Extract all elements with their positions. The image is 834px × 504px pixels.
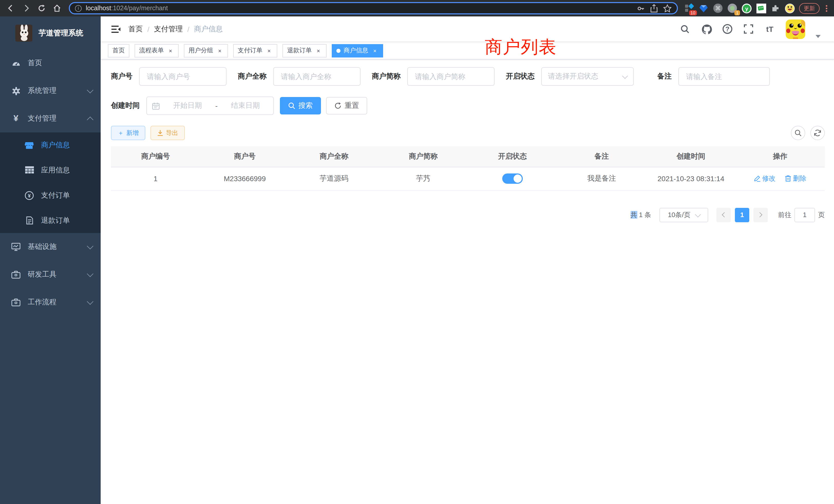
sidebar-item-workflow[interactable]: 工作流程 <box>0 289 101 316</box>
bookmark-star-icon[interactable] <box>663 4 672 13</box>
active-tab-dot <box>336 48 341 53</box>
goto-page-input[interactable] <box>794 208 815 222</box>
sidebar-item-app-info[interactable]: 应用信息 <box>0 158 101 183</box>
chevron-down-icon <box>87 87 93 93</box>
tags-view-bar: 首页 流程表单× 用户分组× 支付订单× 退款订单× 商户信息× <box>101 42 834 60</box>
create-time-label: 创建时间 <box>111 101 140 110</box>
pagination: 共 1 条 10条/页 1 前往 页 <box>111 208 825 222</box>
reset-button[interactable]: 重置 <box>326 97 367 114</box>
tab-user-group[interactable]: 用户分组× <box>184 44 228 57</box>
add-button[interactable]: ＋ 新增 <box>111 126 145 140</box>
extension-puzzle-icon[interactable] <box>770 3 781 13</box>
short-name-label: 商户简称 <box>372 72 400 81</box>
refresh-icon <box>334 102 342 109</box>
browser-forward-button[interactable] <box>20 2 32 14</box>
update-button[interactable]: 更新 <box>799 3 820 14</box>
merchant-table: 商户编号 商户号 商户全称 商户简称 开启状态 备注 创建时间 操作 1 <box>111 146 825 191</box>
full-name-label: 商户全称 <box>238 72 266 81</box>
delete-button[interactable]: 删除 <box>785 174 806 183</box>
total-count: 共 1 条 <box>630 210 651 220</box>
show-search-toggle-button[interactable] <box>791 126 805 140</box>
breadcrumb: 首页 / 支付管理 / 商户信息 <box>128 24 223 33</box>
calendar-icon <box>152 102 160 110</box>
fullscreen-icon[interactable] <box>743 23 754 35</box>
col-create-time: 创建时间 <box>646 146 736 167</box>
font-size-icon[interactable]: tT <box>764 23 775 35</box>
tab-process-form[interactable]: 流程表单× <box>135 44 179 57</box>
close-icon[interactable]: × <box>167 47 174 54</box>
sidebar-item-dev-tools[interactable]: 研发工具 <box>0 261 101 289</box>
browser-home-button[interactable] <box>51 2 63 14</box>
tab-refund-order[interactable]: 退款订单× <box>282 44 327 57</box>
workflow-icon <box>11 298 21 307</box>
page-1-button[interactable]: 1 <box>735 208 749 222</box>
github-icon[interactable] <box>701 23 712 35</box>
browser-chrome: i localhost :1024/pay/merchant 10 ⌘ <box>0 0 834 17</box>
sidebar-item-pay-order[interactable]: ¥ 支付订单 <box>0 183 101 208</box>
edit-button[interactable]: 修改 <box>754 174 775 183</box>
share-icon[interactable] <box>650 4 658 13</box>
merchant-no-input[interactable] <box>139 67 226 86</box>
extension-recorder-icon[interactable]: 1 <box>727 3 738 13</box>
toolbox-icon <box>11 270 21 279</box>
extension-y-icon[interactable]: y <box>742 3 752 13</box>
sidebar-item-home[interactable]: 首页 <box>0 49 101 77</box>
close-icon[interactable]: × <box>216 47 223 54</box>
page-size-select[interactable]: 10条/页 <box>659 208 708 222</box>
chevron-down-icon <box>695 211 701 217</box>
close-icon[interactable]: × <box>371 47 378 54</box>
table-row: 1 M233666999 芋道源码 芋艿 我是备注 2021-10-23 08:… <box>111 167 825 190</box>
status-select[interactable]: 请选择开启状态 <box>541 67 634 86</box>
dashboard-icon <box>11 59 21 68</box>
close-icon[interactable]: × <box>315 47 322 54</box>
search-button[interactable]: 搜索 <box>280 97 321 114</box>
site-info-icon[interactable]: i <box>75 5 82 12</box>
sidebar-item-system[interactable]: 系统管理 <box>0 77 101 105</box>
url-path: :1024/pay/merchant <box>111 5 631 12</box>
grid-icon <box>25 165 34 175</box>
refresh-table-button[interactable] <box>810 126 825 140</box>
col-remark: 备注 <box>557 146 646 167</box>
gear-icon <box>11 86 21 95</box>
sidebar-item-infra[interactable]: 基础设施 <box>0 233 101 261</box>
status-toggle[interactable] <box>502 174 523 184</box>
prev-page-button[interactable] <box>717 208 731 222</box>
sidebar-item-refund-order[interactable]: 退款订单 <box>0 208 101 233</box>
tab-home[interactable]: 首页 <box>108 44 129 57</box>
extension-chat-icon[interactable] <box>756 3 766 13</box>
extension-command-icon[interactable]: ⌘ <box>713 3 723 13</box>
pay-submenu: 商户信息 应用信息 ¥ 支付订单 <box>0 132 101 233</box>
avatar-dropdown-caret[interactable] <box>815 35 821 38</box>
extension-gem-icon[interactable] <box>698 3 709 13</box>
page-suffix: 页 <box>818 210 825 220</box>
address-bar[interactable]: i localhost :1024/pay/merchant <box>69 2 678 14</box>
cell-short-name: 芋艿 <box>379 167 468 190</box>
svg-text:y: y <box>745 5 748 11</box>
breadcrumb-pay[interactable]: 支付管理 <box>154 24 183 33</box>
extension-badge: 10 <box>689 10 697 16</box>
full-name-input[interactable] <box>273 67 360 86</box>
header-search-icon[interactable] <box>679 23 691 35</box>
remark-input[interactable] <box>678 67 770 86</box>
cell-create-time: 2021-10-23 08:31:14 <box>646 167 736 190</box>
browser-menu-icon[interactable] <box>823 5 830 12</box>
app-logo-row[interactable]: 芋道管理系统 <box>0 17 101 49</box>
breadcrumb-home[interactable]: 首页 <box>128 24 143 33</box>
tab-pay-order[interactable]: 支付订单× <box>233 44 277 57</box>
tab-merchant-info[interactable]: 商户信息× <box>332 44 383 57</box>
short-name-input[interactable] <box>407 67 495 86</box>
close-icon[interactable]: × <box>265 47 273 54</box>
user-avatar[interactable] <box>786 19 805 39</box>
export-button[interactable]: 导出 <box>151 126 185 140</box>
create-time-range-picker[interactable]: 开始日期 - 结束日期 <box>146 96 274 115</box>
sidebar-collapse-icon[interactable] <box>107 20 125 38</box>
next-page-button[interactable] <box>753 208 768 222</box>
sidebar-item-pay[interactable]: ¥ 支付管理 <box>0 105 101 132</box>
browser-reload-button[interactable] <box>36 2 48 14</box>
sidebar-item-merchant-info[interactable]: 商户信息 <box>0 132 101 158</box>
extension-emoji-icon[interactable] <box>785 3 795 13</box>
help-icon[interactable]: ? <box>723 24 732 34</box>
browser-back-button[interactable] <box>5 2 17 14</box>
extension-apps-icon[interactable]: 10 <box>684 3 694 13</box>
password-key-icon[interactable] <box>636 4 645 13</box>
